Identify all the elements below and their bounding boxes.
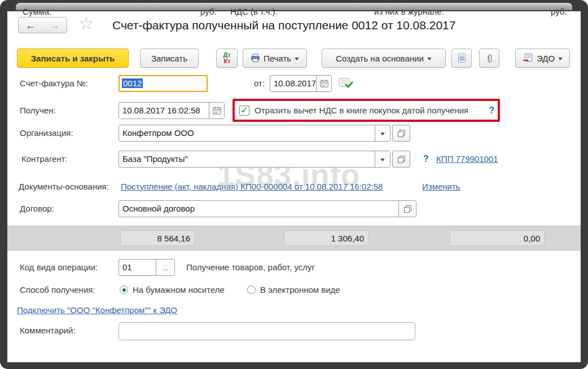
app-frame: 1S83.info ← → ☆ Счет-фактура полученный … [0, 0, 588, 369]
operation-code-label: Код вида операции: [20, 259, 98, 276]
postings-dtkt-button[interactable]: ДтКт [216, 49, 238, 68]
vat-deduction-checkbox[interactable]: ✓ [239, 106, 249, 116]
chevron-down-icon [295, 58, 299, 60]
journal-value: 0,00 [450, 230, 545, 246]
document-report-icon [458, 54, 466, 63]
date-input[interactable]: 10.08.2017 [270, 75, 332, 92]
received-label: Получен: [20, 102, 56, 119]
operation-code-description: Получение товаров, работ, услуг [186, 259, 315, 276]
sum-label: Сумма: [23, 0, 51, 25]
sum-currency: руб. [200, 0, 217, 25]
kpp-link[interactable]: КПП 779901001 [436, 152, 498, 166]
organization-combo[interactable]: Конфетпром ООО [119, 125, 390, 142]
sum-value: 8 564,16 [120, 230, 195, 246]
calendar-icon [213, 107, 221, 115]
radio-paper[interactable] [120, 285, 128, 294]
receipt-method-label: Способ получения: [20, 283, 95, 297]
calendar-icon [320, 80, 328, 87]
counterparty-label: Контрагент: [21, 151, 68, 168]
paperclip-icon [486, 54, 493, 63]
dtkt-icon: ДтКт [223, 52, 230, 64]
printer-icon [251, 54, 260, 63]
counterparty-open-button[interactable] [392, 151, 410, 168]
contract-label: Договор: [20, 200, 54, 217]
chevron-down-icon [380, 159, 385, 161]
dropdown-button[interactable] [375, 151, 390, 167]
selected-text: 0012 [122, 78, 143, 88]
change-link[interactable]: Изменить [422, 179, 460, 194]
base-document-link[interactable]: Поступление (акт, накладная) КП00-000004… [121, 179, 383, 194]
radio-paper-label: На бумажном носителе [133, 283, 225, 297]
counterparty-combo[interactable]: База "Продукты" [119, 151, 390, 168]
open-icon [398, 130, 405, 137]
related-documents-button[interactable] [451, 49, 472, 68]
edo-label: ЭДО [537, 54, 555, 63]
dropdown-button[interactable] [375, 125, 390, 141]
invoice-number-label: Счет-фактура №: [20, 75, 88, 92]
journal-label: из них в журнале: [374, 0, 444, 25]
operation-code-input[interactable]: 01 ... [119, 259, 175, 276]
vat-deduction-label: Отразить вычет НДС в книге покупок датой… [254, 106, 468, 115]
ellipsis-button[interactable]: ... [156, 260, 174, 275]
radio-electronic[interactable] [247, 285, 256, 294]
edo-icon [523, 54, 533, 63]
save-and-close-button[interactable]: Записать и закрыть [17, 49, 129, 68]
open-icon [404, 205, 411, 213]
attachments-button[interactable] [479, 49, 499, 68]
comment-label: Комментарий: [20, 322, 76, 339]
save-button[interactable]: Записать [140, 49, 199, 68]
save-label: Записать [151, 54, 187, 63]
edo-button[interactable]: ЭДО [515, 49, 570, 68]
journal-currency: руб. [551, 0, 567, 25]
create-based-on-label: Создать на основании [336, 54, 424, 63]
invoice-number-input[interactable]: 0012 [119, 75, 208, 92]
save-and-close-label: Записать и закрыть [31, 54, 115, 63]
organization-open-button[interactable] [392, 125, 410, 142]
date-label: от: [254, 75, 265, 92]
base-documents-label: Документы-основания: [19, 178, 109, 195]
chevron-down-icon [380, 133, 385, 135]
calendar-button[interactable] [316, 76, 331, 91]
vat-label: НДС (в т.ч.): [230, 0, 278, 25]
print-button[interactable]: Печать [243, 49, 307, 68]
edo-connect-link[interactable]: Подключить "ООО "Конфетпром"" к ЭДО [17, 303, 177, 318]
chevron-down-icon [558, 58, 563, 60]
vat-deduction-annotation: ✓ Отразить вычет НДС в книге покупок дат… [232, 99, 500, 122]
print-label: Печать [264, 54, 291, 63]
calendar-button[interactable] [209, 103, 224, 118]
organization-label: Организация: [20, 125, 73, 142]
open-icon [398, 156, 405, 163]
favorite-star-icon[interactable]: ☆ [78, 14, 94, 34]
comment-input[interactable] [119, 322, 415, 340]
contract-open-button[interactable] [398, 201, 416, 217]
window-top-strip [16, 3, 572, 10]
help-icon[interactable]: ? [489, 106, 494, 116]
contract-input[interactable]: Основной договор [119, 200, 416, 217]
create-based-on-button[interactable]: Создать на основании [322, 49, 446, 68]
received-datetime-input[interactable]: 10.08.2017 16:02:58 [119, 102, 225, 119]
document-checked-icon [339, 77, 353, 89]
radio-electronic-label: В электронном виде [260, 283, 340, 297]
vat-value: 1 306,40 [284, 230, 368, 246]
chevron-down-icon [427, 58, 432, 60]
help-icon[interactable]: ? [423, 151, 429, 168]
